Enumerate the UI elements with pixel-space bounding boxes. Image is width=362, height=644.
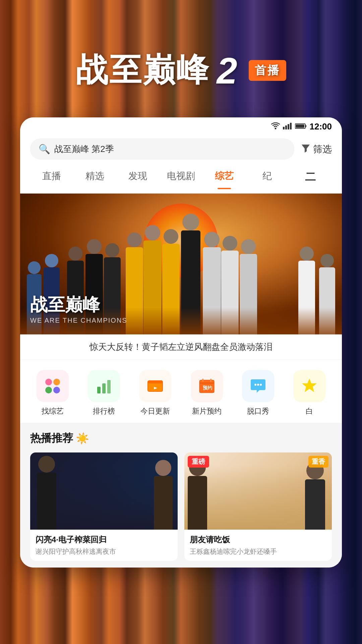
svg-text:预约: 预约 [203,385,212,390]
svg-rect-14 [107,380,111,393]
svg-rect-20 [199,383,214,383]
svg-rect-6 [305,125,306,127]
nav-tabs: 直播 精选 发现 电视剧 综艺 纪 二 [20,164,342,194]
filter-icon [301,143,310,155]
tab-drama[interactable]: 电视剧 [160,166,203,188]
svg-rect-4 [290,123,292,129]
icon-label-ranking: 排行榜 [93,406,115,416]
hot-cards: 闪亮4·电子榨菜回归 谢兴阳守护高秋梓逃离夜市 重磅 重香 [30,452,332,561]
search-icon: 🔍 [39,144,50,155]
signal-icon [283,122,292,131]
svg-rect-16 [148,381,163,383]
icon-variety [37,370,69,402]
hero-title-text: 战至巅峰 [76,49,210,92]
svg-point-26 [260,384,262,386]
svg-rect-2 [285,125,287,129]
svg-point-8 [45,379,52,385]
banner-title-en: WE ARE THE CHAMPIONS [30,317,127,324]
icon-reserve: 预约 [191,370,223,402]
status-icons: 12:00 [271,121,332,132]
hot-section-title: 热播推荐 ☀️ [30,431,332,446]
icon-label-talkshow: 脱口秀 [247,406,269,416]
icon-label-reserve: 新片预约 [192,406,222,416]
svg-rect-21 [202,379,203,382]
card-2-label: 重香 [308,456,328,468]
hot-card-2-desc: 王栎鑫杨迪嗦完小龙虾还嗓手 [190,547,326,556]
first-broadcast-badge: 首播 [249,60,286,81]
search-input-box[interactable]: 🔍 战至巅峰 第2季 [30,139,294,160]
svg-rect-7 [296,124,304,128]
icon-grid: 找综艺 排行榜 今日更新 [20,360,342,423]
svg-point-24 [254,384,256,386]
search-bar[interactable]: 🔍 战至巅峰 第2季 筛选 [20,135,342,164]
tab-selected[interactable]: 精选 [73,166,117,188]
hot-section: 热播推荐 ☀️ [20,423,342,568]
hot-card-2-title: 朋友请吃饭 [190,534,326,545]
battery-icon [295,122,307,131]
banner-subtitle: 惊天大反转！黄子韬左立逆风翻盘全员激动落泪 [20,334,342,360]
card-2-badge: 重磅 [188,456,209,468]
tab-documentary[interactable]: 纪 [246,166,289,188]
hot-card-1-info: 闪亮4·电子榨菜回归 谢兴阳守护高秋梓逃离夜市 [30,530,178,561]
icon-grid-item-more[interactable]: 白 [284,370,335,416]
svg-point-11 [53,387,60,393]
hot-card-2[interactable]: 重磅 重香 朋友请吃饭 王栎鑫杨迪嗦完小龙虾还嗓手 [184,452,332,561]
status-bar: 12:00 [20,117,342,135]
svg-rect-13 [102,383,106,393]
filter-button[interactable]: 筛选 [301,143,332,156]
svg-point-10 [45,387,52,393]
banner-title-overlay: 战至巅峰 WE ARE THE CHAMPIONS [30,293,127,324]
hot-card-1-desc: 谢兴阳守护高秋梓逃离夜市 [36,547,172,556]
hot-card-2-image: 重磅 重香 [184,452,332,530]
hero-title: 战至巅峰 2 首播 [76,49,286,92]
svg-point-9 [53,379,60,385]
tab-live[interactable]: 直播 [30,166,73,188]
icon-label-today: 今日更新 [140,406,170,416]
svg-point-0 [275,127,276,129]
icon-talkshow [242,370,274,402]
icon-grid-item-ranking[interactable]: 排行榜 [78,370,129,416]
icon-label-variety: 找综艺 [42,406,64,416]
icon-more [293,370,325,402]
filter-label: 筛选 [313,143,332,156]
icon-label-more: 白 [306,406,313,416]
svg-rect-12 [97,387,101,393]
svg-point-25 [257,384,259,386]
hero-number: 2 [217,49,238,92]
svg-rect-3 [288,124,289,129]
hot-card-2-info: 朋友请吃饭 王栎鑫杨迪嗦完小龙虾还嗓手 [184,530,332,561]
tab-more[interactable]: 二 [289,166,332,188]
tab-variety[interactable]: 综艺 [202,166,246,188]
tab-discover[interactable]: 发现 [116,166,160,188]
icon-grid-item-today[interactable]: 今日更新 [130,370,181,416]
banner-title-cn: 战至巅峰 [30,293,127,317]
phone-mockup: 12:00 🔍 战至巅峰 第2季 筛选 直播 精选 发现 电视剧 [20,117,342,568]
svg-marker-27 [302,379,317,392]
icon-today [139,370,171,402]
hot-card-1-image [30,452,178,530]
hot-card-1[interactable]: 闪亮4·电子榨菜回归 谢兴阳守护高秋梓逃离夜市 [30,452,178,561]
svg-rect-22 [210,379,212,382]
svg-rect-1 [283,127,285,129]
icon-grid-item-talkshow[interactable]: 脱口秀 [232,370,284,416]
banner-area[interactable]: 战至巅峰 WE ARE THE CHAMPIONS [20,194,342,334]
hot-card-1-title: 闪亮4·电子榨菜回归 [36,534,172,545]
search-placeholder: 战至巅峰 第2季 [54,143,114,155]
icon-grid-item-reserve[interactable]: 预约 新片预约 [181,370,232,416]
status-time: 12:00 [310,121,332,132]
wifi-icon [271,122,280,131]
icon-ranking [88,370,120,402]
icon-grid-item-variety[interactable]: 找综艺 [27,370,78,416]
